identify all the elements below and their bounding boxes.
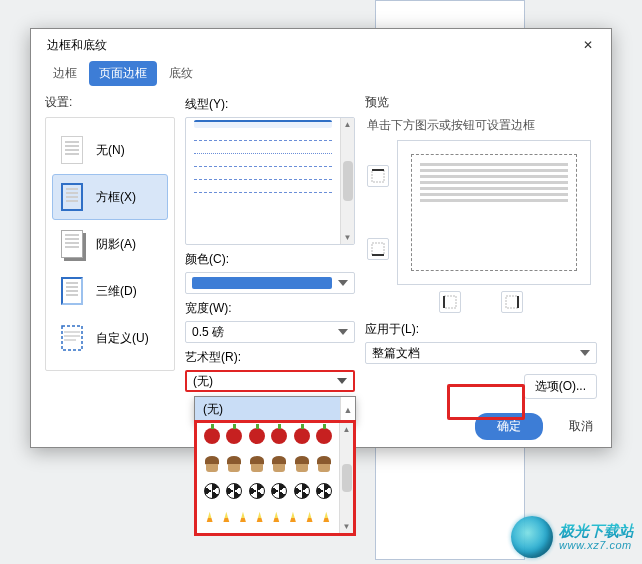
setting-none-label: 无(N)	[96, 142, 125, 159]
tab-border[interactable]: 边框	[43, 61, 87, 86]
setting-box-label: 方框(X)	[96, 189, 136, 206]
color-label: 颜色(C):	[185, 251, 355, 268]
tabs: 边框 页面边框 底纹	[31, 61, 611, 94]
dialog-title: 边框和底纹	[39, 37, 107, 54]
setting-3d[interactable]: 三维(D)	[52, 268, 168, 314]
titlebar: 边框和底纹 ✕	[31, 29, 611, 61]
tab-page-border[interactable]: 页面边框	[89, 61, 157, 86]
chevron-down-icon	[337, 378, 347, 384]
dialog-body: 设置: 无(N) 方框(X) 阴影(A) 三维(D)	[31, 94, 611, 448]
setting-custom-label: 自定义(U)	[96, 330, 149, 347]
art-option-apples[interactable]	[197, 423, 339, 451]
edge-left-buttons	[365, 140, 391, 285]
linestyle-label: 线型(Y):	[185, 96, 355, 113]
ok-button[interactable]: 确定	[475, 413, 543, 440]
watermark: 极光下载站 www.xz7.com	[511, 516, 634, 558]
setting-shadow-label: 阴影(A)	[96, 236, 136, 253]
edge-right-button[interactable]	[501, 291, 523, 313]
art-option-candycorn[interactable]	[197, 506, 339, 534]
custom-icon	[58, 321, 86, 355]
scroll-down-icon: ▼	[343, 522, 351, 531]
art-option-muffins[interactable]	[197, 451, 339, 479]
art-option-none[interactable]: (无)	[195, 397, 341, 422]
art-dropdown-scroll-up[interactable]: ▲	[341, 405, 355, 415]
linestyle-dashed2[interactable]	[194, 166, 332, 167]
settings-label: 设置:	[45, 94, 175, 111]
width-label: 宽度(W):	[185, 300, 355, 317]
linestyle-dashed3[interactable]	[194, 179, 332, 180]
cancel-button[interactable]: 取消	[565, 413, 597, 440]
close-button[interactable]: ✕	[573, 31, 603, 59]
setting-custom[interactable]: 自定义(U)	[52, 315, 168, 361]
preview-area	[365, 140, 597, 285]
linestyle-dashdot[interactable]	[194, 192, 332, 193]
close-icon: ✕	[583, 38, 593, 52]
applyto-value: 整篇文档	[372, 345, 420, 362]
scroll-up-icon: ▲	[344, 120, 352, 129]
svg-rect-7	[506, 296, 518, 308]
chevron-down-icon	[338, 280, 348, 286]
options-button[interactable]: 选项(O)...	[524, 374, 597, 399]
page-preview-inner	[411, 154, 576, 271]
preview-column: 预览 单击下方图示或按钮可设置边框 应用于(L): 整篇文档	[365, 94, 597, 440]
svg-rect-0	[62, 326, 82, 350]
setting-box[interactable]: 方框(X)	[52, 174, 168, 220]
setting-shadow[interactable]: 阴影(A)	[52, 221, 168, 267]
shadow-icon	[58, 227, 86, 261]
art-label: 艺术型(R):	[185, 349, 355, 366]
width-combo[interactable]: 0.5 磅	[185, 321, 355, 343]
svg-rect-3	[372, 243, 384, 255]
applyto-label: 应用于(L):	[365, 321, 597, 338]
color-swatch	[192, 277, 332, 289]
settings-column: 设置: 无(N) 方框(X) 阴影(A) 三维(D)	[45, 94, 175, 440]
preview-hint: 单击下方图示或按钮可设置边框	[367, 117, 597, 134]
tab-shading[interactable]: 底纹	[159, 61, 203, 86]
chevron-down-icon	[338, 329, 348, 335]
center-column: 线型(Y): ▲▼ 颜色(C): 宽度(W): 0.5 磅	[185, 94, 355, 440]
linestyle-items	[186, 118, 340, 244]
linestyle-dashed1[interactable]	[194, 140, 332, 141]
art-gallery-scrollbar[interactable]: ▲▼	[339, 423, 353, 533]
art-value: (无)	[193, 373, 213, 390]
art-gallery-list	[197, 423, 339, 533]
color-combo[interactable]	[185, 272, 355, 294]
svg-rect-1	[372, 170, 384, 182]
scroll-up-icon: ▲	[343, 425, 351, 434]
art-combo[interactable]: (无)	[185, 370, 355, 392]
linestyle-solid[interactable]	[194, 120, 332, 128]
none-icon	[58, 133, 86, 167]
edge-left-button[interactable]	[439, 291, 461, 313]
width-value: 0.5 磅	[192, 324, 224, 341]
linestyle-scrollbar[interactable]: ▲▼	[340, 118, 354, 244]
watermark-en: www.xz7.com	[559, 539, 634, 552]
art-gallery-panel: ▲▼	[194, 420, 356, 536]
applyto-combo[interactable]: 整篇文档	[365, 342, 597, 364]
threeD-icon	[58, 274, 86, 308]
scroll-down-icon: ▼	[344, 233, 352, 242]
setting-3d-label: 三维(D)	[96, 283, 137, 300]
art-option-swirls[interactable]	[197, 478, 339, 506]
watermark-cn: 极光下载站	[559, 522, 634, 539]
linestyle-list[interactable]: ▲▼	[185, 117, 355, 245]
chevron-down-icon	[580, 350, 590, 356]
setting-none[interactable]: 无(N)	[52, 127, 168, 173]
page-preview[interactable]	[397, 140, 591, 285]
art-dropdown-panel: (无) ▲	[194, 396, 356, 423]
preview-label: 预览	[365, 94, 597, 111]
edge-bottom-buttons	[365, 285, 597, 313]
borders-shading-dialog: 边框和底纹 ✕ 边框 页面边框 底纹 设置: 无(N) 方框(X)	[30, 28, 612, 448]
svg-rect-5	[444, 296, 456, 308]
watermark-logo-icon	[511, 516, 553, 558]
settings-list: 无(N) 方框(X) 阴影(A) 三维(D)	[45, 117, 175, 371]
edge-bottom-button[interactable]	[367, 238, 389, 260]
edge-top-button[interactable]	[367, 165, 389, 187]
linestyle-dotted[interactable]	[194, 153, 332, 154]
dialog-buttons: 确定 取消	[365, 413, 597, 440]
box-icon	[58, 180, 86, 214]
